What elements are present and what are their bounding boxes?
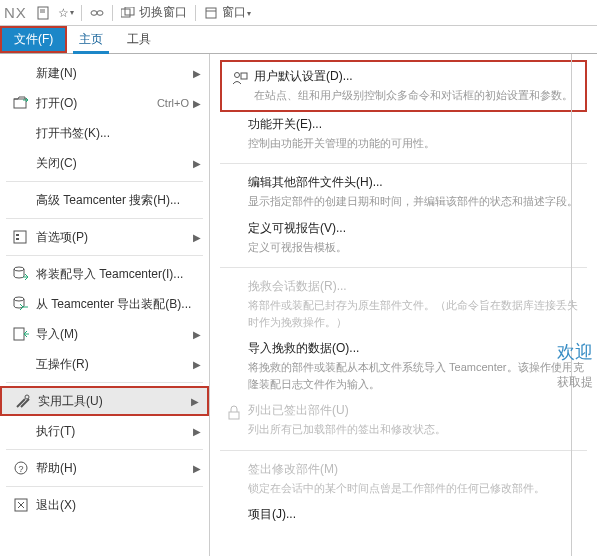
- fm-import-asm-tc[interactable]: 将装配导入 Teamcenter(I)...: [0, 259, 209, 289]
- svg-point-3: [91, 10, 97, 15]
- separator: [195, 5, 196, 21]
- app-logo: NX: [4, 4, 27, 21]
- sm-import-rescued[interactable]: 导入挽救的数据(O)... 将挽救的部件或装配从本机文件系统导入 Teamcen…: [220, 336, 587, 398]
- chevron-right-icon: ▶: [193, 463, 201, 474]
- vertical-divider: [571, 54, 572, 556]
- svg-rect-7: [206, 8, 216, 18]
- close-icon: [10, 498, 32, 512]
- blank-icon: [220, 220, 248, 256]
- fm-open[interactable]: 打开(O) Ctrl+O ▶: [0, 88, 209, 118]
- link-icon[interactable]: [88, 4, 106, 22]
- menu-tools[interactable]: 工具: [115, 26, 163, 53]
- open-icon: [10, 96, 32, 110]
- help-icon: ?: [10, 461, 32, 475]
- blank-icon: [220, 174, 248, 210]
- separator: [6, 486, 203, 487]
- chevron-right-icon: ▶: [193, 68, 201, 79]
- preferences-icon: [10, 230, 32, 244]
- separator: [220, 450, 587, 451]
- chevron-right-icon: ▶: [193, 426, 201, 437]
- lock-icon: [220, 402, 248, 438]
- menu-home[interactable]: 主页: [67, 26, 115, 53]
- svg-rect-12: [16, 238, 19, 240]
- right-peek: 欢迎 获取提: [557, 340, 597, 391]
- chevron-right-icon: ▶: [193, 329, 201, 340]
- doc-icon[interactable]: [35, 4, 53, 22]
- fm-utilities[interactable]: 实用工具(U) ▶: [0, 386, 209, 416]
- fm-import[interactable]: 导入(M) ▶: [0, 319, 209, 349]
- separator: [6, 181, 203, 182]
- tools-icon: [12, 393, 34, 409]
- svg-rect-15: [14, 328, 24, 340]
- user-defaults-icon: [226, 68, 254, 104]
- separator: [6, 382, 203, 383]
- svg-point-24: [235, 73, 240, 78]
- separator: [6, 449, 203, 450]
- blank-icon: [220, 340, 248, 392]
- svg-point-4: [97, 10, 103, 15]
- chevron-right-icon: ▶: [193, 359, 201, 370]
- chevron-right-icon: ▶: [193, 232, 201, 243]
- svg-rect-0: [38, 7, 48, 19]
- sm-edit-other-header[interactable]: 编辑其他部件文件头(H)... 显示指定部件的创建日期和时间，并编辑该部件的状态…: [220, 170, 587, 216]
- switch-windows-button[interactable]: 切换窗口: [139, 4, 187, 21]
- fm-open-bookmark[interactable]: 打开书签(K)...: [0, 118, 209, 148]
- separator: [112, 5, 113, 21]
- title-bar: NX ☆▾ 切换窗口 窗口▾: [0, 0, 597, 26]
- welcome-text: 欢迎: [557, 340, 597, 364]
- db-import-icon: [10, 266, 32, 282]
- fm-help[interactable]: ? 帮助(H) ▶: [0, 453, 209, 483]
- separator: [81, 5, 82, 21]
- window-dropdown[interactable]: 窗口▾: [222, 4, 251, 21]
- fm-export-asm-tc[interactable]: 从 Teamcenter 导出装配(B)...: [0, 289, 209, 319]
- separator: [220, 267, 587, 268]
- star-icon[interactable]: ☆▾: [57, 4, 75, 22]
- sm-checkout-modified: 签出修改部件(M) 锁定在会话中的某个时间点曾是工作部件的任何已修改部件。: [220, 457, 587, 503]
- fm-interop[interactable]: 互操作(R) ▶: [0, 349, 209, 379]
- fm-adv-tc-search[interactable]: 高级 Teamcenter 搜索(H)...: [0, 185, 209, 215]
- getstarted-text: 获取提: [557, 374, 597, 391]
- sm-project[interactable]: 项目(J)...: [220, 502, 587, 529]
- sm-rescue-session: 挽救会话数据(R)... 将部件或装配已封存为原生部件文件。（此命令旨在数据库连…: [220, 274, 587, 336]
- chevron-right-icon: ▶: [193, 158, 201, 169]
- sm-list-checked-out: 列出已签出部件(U) 列出所有已加载部件的签出和修改状态。: [220, 398, 587, 444]
- sm-user-defaults[interactable]: 用户默认设置(D)... 在站点、组和用户级别控制众多命令和对话框的初始设置和参…: [220, 60, 587, 112]
- svg-rect-11: [16, 234, 19, 236]
- svg-point-14: [14, 297, 24, 301]
- db-export-icon: [10, 296, 32, 312]
- sm-custom-report[interactable]: 定义可视报告(V)... 定义可视报告模板。: [220, 216, 587, 262]
- fm-exit[interactable]: 退出(X): [0, 490, 209, 520]
- menu-bar: 文件(F) 主页 工具: [0, 26, 597, 54]
- menu-file[interactable]: 文件(F): [0, 26, 67, 53]
- svg-point-18: [25, 395, 29, 399]
- fm-new[interactable]: 新建(N) ▶: [0, 58, 209, 88]
- separator: [6, 255, 203, 256]
- fm-execute[interactable]: 执行(T) ▶: [0, 416, 209, 446]
- svg-rect-25: [241, 73, 247, 79]
- window-icon[interactable]: [202, 4, 220, 22]
- blank-icon: [220, 278, 248, 330]
- fm-close[interactable]: 关闭(C) ▶: [0, 148, 209, 178]
- blank-icon: [220, 461, 248, 497]
- utilities-submenu: 用户默认设置(D)... 在站点、组和用户级别控制众多命令和对话框的初始设置和参…: [210, 54, 597, 556]
- chevron-right-icon: ▶: [191, 396, 199, 407]
- windows-icon[interactable]: [119, 4, 137, 22]
- blank-icon: [220, 506, 248, 523]
- svg-rect-26: [229, 412, 239, 419]
- fm-preferences[interactable]: 首选项(P) ▶: [0, 222, 209, 252]
- separator: [220, 163, 587, 164]
- svg-text:?: ?: [18, 464, 23, 474]
- sm-feature-switch[interactable]: 功能开关(E)... 控制由功能开关管理的功能的可用性。: [220, 112, 587, 158]
- blank-icon: [220, 116, 248, 152]
- svg-point-13: [14, 267, 24, 271]
- import-icon: [10, 327, 32, 341]
- separator: [6, 218, 203, 219]
- chevron-right-icon: ▶: [193, 98, 201, 109]
- file-menu: 新建(N) ▶ 打开(O) Ctrl+O ▶ 打开书签(K)... 关闭(C) …: [0, 54, 210, 556]
- svg-rect-10: [14, 231, 26, 243]
